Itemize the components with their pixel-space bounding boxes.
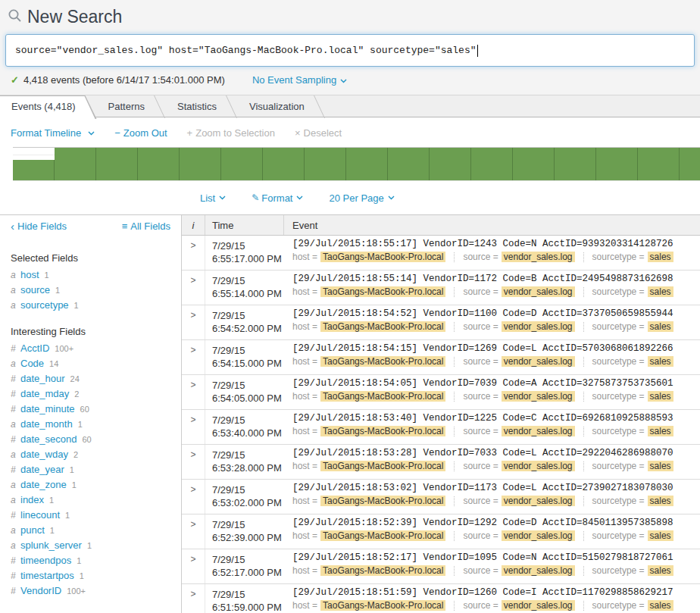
source-value[interactable]: vendor_sales.log <box>502 600 575 611</box>
timeline-bar[interactable] <box>138 148 180 180</box>
sourcetype-value[interactable]: sales <box>648 461 673 471</box>
expand-row-button[interactable]: > <box>182 305 205 339</box>
field-link-sourcetype[interactable]: sourcetype <box>20 299 69 311</box>
all-fields-button[interactable]: ≡ All Fields <box>122 220 170 232</box>
field-link-date_year[interactable]: date_year <box>20 464 64 476</box>
field-link-punct[interactable]: punct <box>20 524 45 536</box>
timeline-toolbar-button[interactable]: − Zoom Out <box>114 127 167 139</box>
source-value[interactable]: vendor_sales.log <box>502 565 575 576</box>
timeline-bar[interactable] <box>221 148 263 180</box>
source-value[interactable]: vendor_sales.log <box>502 461 575 471</box>
timeline-bar[interactable] <box>13 160 55 180</box>
field-link-date_minute[interactable]: date_minute <box>20 403 75 415</box>
timeline-bar[interactable] <box>96 148 138 180</box>
field-link-vendorid[interactable]: VendorID <box>20 585 61 597</box>
source-value[interactable]: vendor_sales.log <box>502 496 575 506</box>
tab-statistics[interactable]: Statistics <box>166 95 238 118</box>
tab-patterns[interactable]: Patterns <box>97 95 166 118</box>
tab-events[interactable]: Events (4,418) <box>0 95 97 119</box>
timeline-bar[interactable] <box>555 148 596 180</box>
field-link-linecount[interactable]: linecount <box>20 509 60 521</box>
20-per-page-dropdown[interactable]: 20 Per Page <box>329 192 394 204</box>
field-link-date_hour[interactable]: date_hour <box>20 373 65 385</box>
expand-row-button[interactable]: > <box>182 340 205 374</box>
field-link-host[interactable]: host <box>20 269 39 281</box>
timeline-bar[interactable] <box>346 148 388 180</box>
event-date: 7/29/15 <box>212 345 245 356</box>
expand-row-button[interactable]: > <box>182 514 205 549</box>
field-link-acctid[interactable]: AcctID <box>20 342 49 355</box>
field-link-date_mday[interactable]: date_mday <box>20 388 69 400</box>
sourcetype-value[interactable]: sales <box>648 530 673 541</box>
expand-row-button[interactable]: > <box>182 549 205 583</box>
source-value[interactable]: vendor_sales.log <box>502 286 575 297</box>
timeline-bar[interactable] <box>305 148 346 180</box>
host-value[interactable]: TaoGangs-MacBook-Pro.local <box>320 286 445 297</box>
field-link-date_wday[interactable]: date_wday <box>20 449 68 461</box>
sourcetype-value[interactable]: sales <box>648 600 673 611</box>
timeline-bar[interactable] <box>263 148 305 180</box>
host-value[interactable]: TaoGangs-MacBook-Pro.local <box>320 356 445 367</box>
field-link-timeendpos[interactable]: timeendpos <box>20 555 71 567</box>
format-dropdown[interactable]: ✎ Format <box>252 192 303 204</box>
timeline-bar[interactable] <box>638 148 680 180</box>
host-value[interactable]: TaoGangs-MacBook-Pro.local <box>320 321 445 332</box>
sourcetype-value[interactable]: sales <box>648 565 673 576</box>
source-value[interactable]: vendor_sales.log <box>502 356 575 367</box>
list-dropdown[interactable]: List <box>200 192 226 204</box>
source-value[interactable]: vendor_sales.log <box>502 252 575 262</box>
timeline-bar[interactable] <box>596 148 638 180</box>
source-value[interactable]: vendor_sales.log <box>502 426 575 436</box>
host-value[interactable]: TaoGangs-MacBook-Pro.local <box>320 391 445 402</box>
search-input[interactable]: source="vendor_sales.log" host="TaoGangs… <box>5 34 695 67</box>
expand-row-button[interactable]: > <box>182 375 205 409</box>
field-link-date_month[interactable]: date_month <box>20 418 73 430</box>
expand-row-button[interactable]: > <box>182 584 205 613</box>
host-value[interactable]: TaoGangs-MacBook-Pro.local <box>320 496 445 506</box>
host-value[interactable]: TaoGangs-MacBook-Pro.local <box>320 426 445 436</box>
event-sampling-dropdown[interactable]: No Event Sampling <box>252 74 347 86</box>
timeline-toolbar-button[interactable]: + Zoom to Selection <box>187 127 275 139</box>
timeline-histogram[interactable] <box>13 147 700 181</box>
expand-row-button[interactable]: > <box>182 271 205 305</box>
host-value[interactable]: TaoGangs-MacBook-Pro.local <box>320 565 445 576</box>
sourcetype-value[interactable]: sales <box>648 496 673 506</box>
page-title: New Search <box>27 7 122 27</box>
timeline-bar[interactable] <box>680 148 700 180</box>
field-link-splunk_server[interactable]: splunk_server <box>20 540 82 552</box>
host-value[interactable]: TaoGangs-MacBook-Pro.local <box>320 530 445 541</box>
field-type-icon: a <box>11 418 20 430</box>
field-link-timestartpos[interactable]: timestartpos <box>20 570 74 582</box>
source-value[interactable]: vendor_sales.log <box>502 321 575 332</box>
timeline-toolbar-button[interactable]: Format Timeline <box>11 127 95 139</box>
tab-visualization[interactable]: Visualization <box>238 95 326 118</box>
timeline-bar[interactable] <box>430 148 471 180</box>
field-link-index[interactable]: index <box>20 494 44 506</box>
host-value[interactable]: TaoGangs-MacBook-Pro.local <box>320 600 445 611</box>
field-link-date_zone[interactable]: date_zone <box>20 479 67 491</box>
field-link-date_second[interactable]: date_second <box>20 433 77 446</box>
expand-row-button[interactable]: > <box>182 236 205 270</box>
source-value[interactable]: vendor_sales.log <box>502 530 575 541</box>
timeline-bar[interactable] <box>388 148 430 180</box>
expand-row-button[interactable]: > <box>182 410 205 444</box>
source-value[interactable]: vendor_sales.log <box>502 391 575 402</box>
sourcetype-value[interactable]: sales <box>648 321 673 332</box>
expand-row-button[interactable]: > <box>182 480 205 514</box>
hide-fields-button[interactable]: ‹ Hide Fields <box>11 220 67 232</box>
timeline-bar[interactable] <box>180 148 221 180</box>
host-value[interactable]: TaoGangs-MacBook-Pro.local <box>320 461 445 471</box>
field-link-code[interactable]: Code <box>20 358 44 370</box>
sourcetype-value[interactable]: sales <box>648 252 673 262</box>
sourcetype-value[interactable]: sales <box>648 391 673 402</box>
host-value[interactable]: TaoGangs-MacBook-Pro.local <box>320 252 445 262</box>
timeline-bar[interactable] <box>55 148 96 180</box>
timeline-bar[interactable] <box>471 148 513 180</box>
sourcetype-value[interactable]: sales <box>648 286 673 297</box>
sourcetype-value[interactable]: sales <box>648 426 673 436</box>
timeline-toolbar-button[interactable]: × Deselect <box>295 127 342 139</box>
timeline-bar[interactable] <box>513 148 555 180</box>
expand-row-button[interactable]: > <box>182 445 205 479</box>
field-link-source[interactable]: source <box>20 284 50 296</box>
sourcetype-value[interactable]: sales <box>648 356 673 367</box>
